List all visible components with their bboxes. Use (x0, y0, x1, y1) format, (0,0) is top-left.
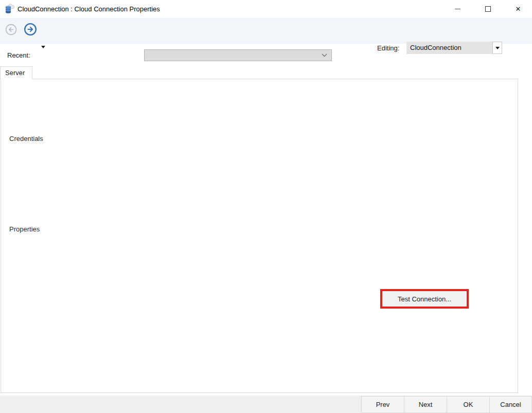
navigation-toolbar: Editing: CloudConnection (0, 18, 532, 44)
chevron-down-icon (322, 53, 327, 57)
credentials-group-label: Credentials (7, 135, 46, 142)
red-highlight-annotation: Test Connection... (380, 289, 469, 309)
minimize-icon (455, 9, 460, 9)
next-button[interactable]: Next (404, 396, 447, 413)
properties-group-label: Properties (7, 225, 42, 233)
caret-down-icon (495, 47, 500, 49)
test-connection-button[interactable]: Test Connection... (382, 291, 467, 307)
tab-server[interactable]: Server (0, 66, 32, 79)
minimize-button[interactable] (446, 1, 469, 16)
back-arrow-icon (5, 24, 17, 35)
forward-dropdown-caret-icon[interactable] (41, 46, 45, 48)
back-button[interactable] (5, 24, 17, 35)
title-bar: CloudConnection : Cloud Connection Prope… (0, 0, 532, 18)
maximize-icon (485, 6, 491, 12)
prev-button[interactable]: Prev (361, 396, 404, 413)
editing-dropdown-button[interactable] (492, 42, 502, 54)
maximize-button[interactable] (476, 1, 500, 16)
recent-label: Recent: (7, 51, 30, 59)
server-tab-panel (1, 79, 518, 393)
editing-label: Editing: (377, 44, 399, 52)
close-button[interactable]: ✕ (506, 1, 530, 16)
ok-button[interactable]: OK (447, 396, 490, 413)
window-title: CloudConnection : Cloud Connection Prope… (17, 5, 160, 13)
close-icon: ✕ (516, 5, 521, 13)
recent-combobox[interactable] (144, 49, 332, 61)
forward-button[interactable] (24, 23, 37, 36)
forward-arrow-icon (24, 23, 37, 36)
cloud-database-app-icon (4, 3, 15, 14)
cloud-connection-properties-window: CloudConnection : Cloud Connection Prope… (0, 0, 532, 413)
editing-combobox[interactable]: CloudConnection (406, 42, 492, 54)
cancel-button[interactable]: Cancel (489, 396, 532, 413)
